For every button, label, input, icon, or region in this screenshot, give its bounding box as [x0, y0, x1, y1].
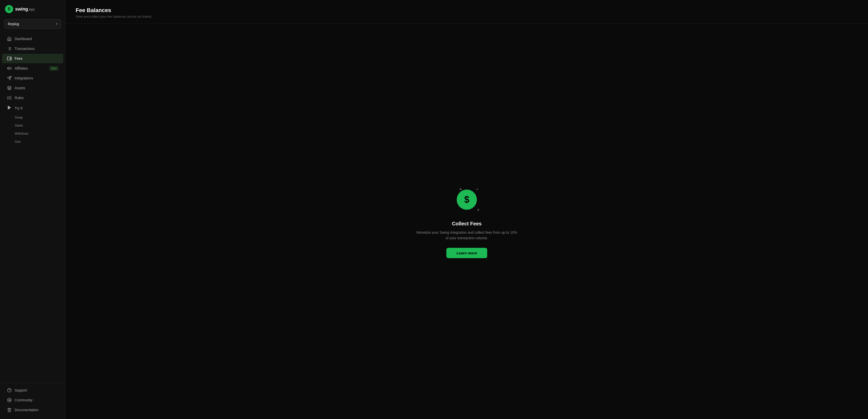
logo-name: swing.xyz	[15, 6, 35, 12]
empty-state-title: Collect Fees	[452, 221, 482, 227]
sidebar-item-rules[interactable]: Rules	[2, 93, 63, 103]
learn-more-button[interactable]: Learn more	[446, 248, 487, 258]
bank-icon	[7, 408, 11, 412]
sidebar-item-community[interactable]: Community	[2, 395, 63, 405]
sidebar-item-label: Documentation	[14, 408, 58, 412]
sliders-icon	[7, 96, 11, 100]
sidebar-item-gas[interactable]: Gas	[2, 138, 63, 146]
help-circle-icon	[7, 388, 11, 392]
project-name: Replug	[8, 22, 19, 26]
dollar-badge-icon: $	[457, 190, 477, 210]
sidebar-item-transactions[interactable]: Transactions	[2, 44, 63, 54]
svg-marker-8	[7, 67, 9, 70]
svg-point-7	[10, 58, 10, 59]
svg-marker-11	[7, 86, 11, 88]
sidebar-item-try-it[interactable]: Try It	[2, 103, 63, 113]
svg-marker-30	[7, 408, 11, 409]
send-icon	[7, 76, 11, 80]
logo: S swing.xyz	[0, 0, 65, 17]
content-area: ✦ ✦ $ ✦ Collect Fees Monetize your Swing…	[66, 24, 868, 419]
sidebar: S swing.xyz Replug ▾ Dashboard	[0, 0, 66, 419]
page-subtitle: View and collect your fee balances acros…	[76, 14, 858, 19]
sparkle-icon: ✦	[476, 207, 480, 212]
wallet-icon	[7, 56, 11, 61]
sidebar-item-fees[interactable]: Fees	[2, 54, 63, 63]
discord-icon	[7, 398, 11, 402]
megaphone-icon	[7, 66, 11, 71]
sidebar-item-label: Community	[14, 398, 58, 402]
sidebar-item-affiliates[interactable]: Affiliates Beta	[2, 64, 63, 73]
sidebar-item-label: Fees	[14, 57, 58, 61]
sidebar-item-label: Support	[14, 388, 58, 392]
main-content: Fee Balances View and collect your fee b…	[66, 0, 868, 419]
sidebar-item-dashboard[interactable]: Dashboard	[2, 34, 63, 43]
sidebar-item-support[interactable]: Support	[2, 385, 63, 395]
sidebar-item-label: Transactions	[14, 46, 58, 51]
empty-state: ✦ ✦ $ ✦ Collect Fees Monetize your Swing…	[416, 185, 517, 258]
sparkle-icon: ✦	[476, 188, 478, 191]
page-header: Fee Balances View and collect your fee b…	[66, 0, 868, 24]
svg-marker-21	[8, 106, 11, 109]
chevron-down-icon: ▾	[56, 22, 58, 26]
nav-section: Dashboard Transactions	[0, 33, 65, 383]
logo-icon: S	[5, 5, 13, 13]
sidebar-item-label: Assets	[14, 86, 58, 90]
page-title: Fee Balances	[76, 7, 858, 13]
play-icon	[7, 105, 11, 111]
sidebar-item-withdraw[interactable]: Withdraw	[2, 130, 63, 137]
sidebar-item-stake[interactable]: Stake	[2, 122, 63, 129]
home-icon	[7, 37, 11, 41]
sidebar-item-label: Affiliates	[14, 66, 46, 70]
sidebar-item-label: Dashboard	[14, 37, 58, 41]
sidebar-item-documentation[interactable]: Documentation	[2, 405, 63, 415]
beta-badge: Beta	[50, 66, 58, 71]
empty-state-description: Monetize your Swing integration and coll…	[416, 230, 517, 241]
sidebar-item-integrations[interactable]: Integrations	[2, 73, 63, 83]
list-icon	[7, 46, 11, 51]
sidebar-item-assets[interactable]: Assets	[2, 83, 63, 93]
empty-state-illustration: ✦ ✦ $ ✦	[452, 185, 482, 215]
sidebar-item-label: Rules	[14, 96, 58, 100]
sidebar-bottom: Support Community	[0, 383, 65, 419]
try-it-label: Try It	[14, 106, 23, 110]
sidebar-item-label: Integrations	[14, 76, 58, 80]
layers-icon	[7, 86, 11, 90]
project-selector[interactable]: Replug ▾	[4, 19, 61, 29]
sidebar-item-swap[interactable]: Swap	[2, 114, 63, 121]
